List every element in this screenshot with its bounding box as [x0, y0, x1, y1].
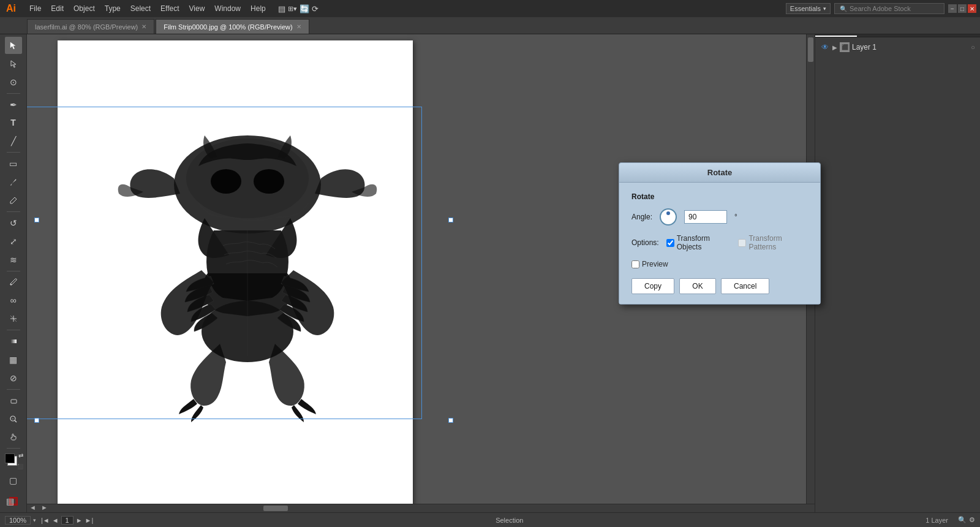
- swap-colors[interactable]: ⇄: [18, 452, 23, 459]
- rotate-dialog-body: Rotate Angle: ° Options: Transform Objec…: [619, 183, 820, 304]
- cancel-button[interactable]: Cancel: [721, 278, 769, 294]
- svg-rect-5: [11, 400, 17, 403]
- scale-tool[interactable]: ⤢: [5, 233, 22, 250]
- status-search-icon[interactable]: 🔍: [958, 516, 967, 524]
- next-page-button[interactable]: ►: [76, 517, 83, 524]
- rotate-dialog: Rotate Rotate Angle: ° Options: Transfor…: [619, 162, 821, 305]
- layer-options[interactable]: ○: [971, 44, 975, 51]
- menu-select[interactable]: Select: [126, 2, 156, 15]
- selection-tool[interactable]: [5, 37, 22, 54]
- rotate-tool[interactable]: ↺: [5, 214, 22, 232]
- transform-objects-checkbox[interactable]: Transform Objects: [666, 234, 734, 251]
- rectangle-tool[interactable]: ▭: [5, 155, 22, 172]
- essentials-dropdown[interactable]: Essentials ▾: [786, 3, 831, 14]
- warp-tool[interactable]: ≋: [5, 251, 22, 268]
- eraser-tool[interactable]: [5, 392, 22, 409]
- transform-objects-input[interactable]: [666, 239, 674, 247]
- menu-object[interactable]: Object: [69, 2, 100, 15]
- menu-view[interactable]: View: [184, 2, 210, 15]
- first-page-button[interactable]: |◄: [41, 517, 50, 524]
- screen-mode-button[interactable]: ▤: [1, 493, 18, 510]
- handle-bl[interactable]: [34, 418, 39, 423]
- tab-close-laserfilm[interactable]: ✕: [141, 23, 146, 30]
- transform-objects-label: Transform Objects: [677, 234, 734, 251]
- eyedropper-tool[interactable]: [5, 274, 22, 291]
- menu-window[interactable]: Window: [209, 2, 246, 15]
- menu-edit[interactable]: Edit: [46, 2, 69, 15]
- angle-input[interactable]: [684, 210, 727, 224]
- tab-laserfilm[interactable]: laserfilm.ai @ 80% (RGB/Preview) ✕: [27, 19, 154, 34]
- slice-tool[interactable]: ⊘: [5, 370, 22, 387]
- type-tool[interactable]: T: [5, 115, 22, 132]
- toolbar-icon-4[interactable]: ⟳: [312, 4, 318, 13]
- layer-icon: ⬛: [840, 42, 850, 52]
- preview-label: Preview: [642, 260, 668, 268]
- maximize-button[interactable]: □: [958, 4, 967, 13]
- preview-input[interactable]: [631, 260, 639, 268]
- zoom-input[interactable]: [5, 516, 31, 525]
- prev-page-button[interactable]: ◄: [52, 517, 59, 524]
- menu-help[interactable]: Help: [246, 2, 271, 15]
- nav-prev-page[interactable]: ◄: [27, 502, 39, 512]
- layer-expand-arrow[interactable]: ▶: [832, 44, 837, 51]
- toolbar-icon-3[interactable]: 🔄: [300, 4, 309, 13]
- nav-next-page[interactable]: ►: [39, 502, 50, 512]
- menu-file[interactable]: File: [24, 2, 46, 15]
- mesh-tool[interactable]: [5, 310, 22, 327]
- last-page-button[interactable]: ►|: [85, 517, 94, 524]
- pencil-tool[interactable]: [5, 192, 22, 209]
- window-controls: − □ ✕: [948, 4, 976, 13]
- lasso-tool[interactable]: ⊙: [5, 74, 22, 91]
- paintbrush-tool[interactable]: [5, 173, 22, 191]
- layer-name: Layer 1: [852, 43, 968, 51]
- tool-separator-6: [7, 389, 20, 390]
- scroll-thumb-vertical[interactable]: [808, 37, 813, 62]
- menu-effect[interactable]: Effect: [156, 2, 184, 15]
- status-settings-icon[interactable]: ⚙: [969, 516, 975, 524]
- menu-type[interactable]: Type: [100, 2, 126, 15]
- zoom-dropdown-arrow[interactable]: ▾: [33, 517, 36, 523]
- transform-patterns-checkbox[interactable]: Transform Patterns: [738, 234, 808, 251]
- minimize-button[interactable]: −: [948, 4, 957, 13]
- pen-tool[interactable]: ✒: [5, 96, 22, 113]
- layer-row-1[interactable]: 👁 ▶ ⬛ Layer 1 ○: [815, 40, 980, 55]
- handle-br[interactable]: [448, 418, 453, 423]
- tool-separator-2: [7, 152, 20, 153]
- line-tool[interactable]: ╱: [5, 132, 22, 150]
- horizontal-scrollbar[interactable]: [27, 504, 815, 512]
- fill-mode-button[interactable]: ▢: [5, 472, 22, 489]
- tool-separator-4: [7, 271, 20, 271]
- blend-tool[interactable]: ∞: [5, 292, 22, 309]
- tab-close-filmstrip[interactable]: ✕: [296, 23, 301, 30]
- creature-svg: [100, 123, 394, 430]
- toolbar-icon-2[interactable]: ⊞▾: [288, 5, 297, 13]
- page-number-input[interactable]: [61, 516, 74, 525]
- rotate-section-label: Rotate: [631, 192, 808, 201]
- layer-visibility-toggle[interactable]: 👁: [820, 42, 830, 52]
- reset-colors[interactable]: ⬛: [17, 464, 23, 469]
- tool-separator-3: [7, 211, 20, 212]
- toolbar-icon-1[interactable]: ▤: [278, 4, 285, 13]
- angle-dial-indicator: [666, 211, 670, 215]
- options-label: Options:: [631, 238, 659, 247]
- tab-filmstrip[interactable]: Film Strip0000.jpg @ 100% (RGB/Preview) …: [156, 19, 309, 34]
- scroll-thumb-horizontal[interactable]: [263, 506, 288, 511]
- angle-dial[interactable]: [660, 208, 677, 226]
- options-row: Options: Transform Objects Transform Pat…: [631, 234, 808, 251]
- zoom-tool[interactable]: +: [5, 411, 22, 428]
- ok-button[interactable]: OK: [679, 278, 716, 294]
- tool-separator-5: [7, 330, 20, 330]
- hand-tool[interactable]: [5, 429, 22, 446]
- bottom-toolbar-items: ▤: [1, 493, 25, 510]
- transform-patterns-input[interactable]: [738, 239, 746, 247]
- preview-checkbox[interactable]: Preview: [631, 260, 668, 268]
- direct-select-tool[interactable]: [5, 55, 22, 72]
- handle-tl[interactable]: [34, 218, 39, 222]
- search-stock-input[interactable]: 🔍 Search Adobe Stock: [834, 3, 944, 14]
- chart-tool[interactable]: ▦: [5, 351, 22, 368]
- close-button[interactable]: ✕: [968, 4, 976, 13]
- copy-button[interactable]: Copy: [631, 278, 674, 294]
- color-swatches[interactable]: ⬛ ⇄: [4, 452, 23, 469]
- handle-tr[interactable]: [448, 218, 453, 222]
- gradient-tool[interactable]: [5, 333, 22, 350]
